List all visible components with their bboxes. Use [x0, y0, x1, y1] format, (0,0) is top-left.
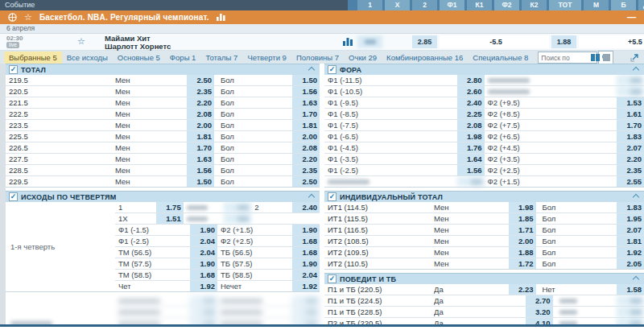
column-header-К2[interactable]: К2 — [522, 0, 547, 10]
odds-value[interactable]: 2.40 — [292, 202, 320, 212]
odds-value[interactable]: 3.20 — [526, 307, 553, 317]
column-header-К1[interactable]: К1 — [467, 0, 492, 10]
chevron-up-icon[interactable] — [633, 275, 639, 282]
odds-value[interactable]: 2.20 — [617, 154, 644, 164]
odds-value[interactable]: 4.10 — [526, 318, 553, 324]
odds-value[interactable]: 1.95 — [617, 213, 644, 224]
odds-value[interactable]: 1.88 — [509, 247, 536, 258]
odds-value[interactable]: 1.72 — [509, 258, 536, 269]
odds-value[interactable]: 1.56 — [187, 165, 214, 175]
single-column-view-icon[interactable] — [603, 54, 610, 61]
odds-value[interactable]: 1.63 — [187, 154, 214, 164]
odds-value[interactable]: 1.53 — [617, 97, 644, 108]
odds-value[interactable]: 2.55 — [617, 176, 644, 187]
checkbox-checked-icon[interactable]: ✓ — [9, 192, 18, 201]
odds-value[interactable]: 1.68 — [190, 270, 217, 280]
league-favorite-star-icon[interactable]: ☆ — [24, 13, 32, 22]
odds-value[interactable]: 2.35 — [187, 86, 214, 97]
column-header-1[interactable]: 1 — [357, 0, 382, 10]
checkbox-checked-icon[interactable]: ✓ — [328, 274, 336, 283]
odds-value[interactable]: 1.92 — [292, 281, 320, 291]
checkbox-checked-icon[interactable]: ✓ — [9, 65, 18, 74]
event-odds-Ф1[interactable]: -5.5 — [440, 35, 549, 48]
tab-Выбранные 5[interactable]: Выбранные 5 — [4, 52, 62, 64]
tab-Специальные 8[interactable]: Специальные 8 — [468, 52, 533, 64]
column-header-Ф1[interactable]: Ф1 — [440, 0, 464, 10]
column-header-Б[interactable]: Б — [611, 0, 636, 10]
odds-value[interactable]: 1.81 — [617, 236, 644, 246]
odds-value[interactable]: 1.92 — [617, 247, 644, 258]
odds-value[interactable]: 2.00 — [187, 120, 214, 130]
checkbox-checked-icon[interactable]: ✓ — [328, 192, 336, 201]
odds-value[interactable]: 1.58 — [617, 284, 644, 295]
tab-Очки 29[interactable]: Очки 29 — [344, 52, 382, 64]
odds-value[interactable]: 1.98 — [457, 131, 485, 142]
tab-Тоталы 7[interactable]: Тоталы 7 — [200, 52, 242, 64]
chevron-up-icon[interactable] — [633, 193, 639, 200]
odds-value[interactable]: 2.60 — [457, 86, 485, 97]
column-header-Ф2[interactable]: Ф2 — [494, 0, 519, 10]
event-odds-1[interactable] — [357, 35, 382, 48]
odds-value[interactable]: 2.04 — [292, 270, 320, 280]
tab-Четверти 9[interactable]: Четверти 9 — [242, 52, 291, 64]
tab-Половины 7[interactable]: Половины 7 — [291, 52, 344, 64]
odds-value[interactable]: 2.08 — [457, 120, 485, 130]
checkbox-checked-icon[interactable]: ✓ — [328, 65, 336, 74]
odds-value[interactable]: 2.25 — [457, 109, 485, 119]
odds-value[interactable]: 1.76 — [457, 142, 485, 153]
odds-value[interactable]: 1.90 — [190, 225, 217, 235]
odds-value[interactable]: 1.98 — [509, 202, 536, 212]
odds-value[interactable]: 1.83 — [617, 131, 644, 142]
odds-value[interactable]: 1.70 — [187, 142, 214, 153]
event-odds-Ф2[interactable]: +5.5 — [579, 35, 644, 48]
column-header-ДОП[interactable]: ДОП — [638, 0, 644, 10]
odds-value[interactable]: 1.90 — [292, 258, 320, 269]
column-header-X[interactable]: X — [385, 0, 410, 10]
odds-value[interactable]: 1.81 — [292, 120, 320, 130]
odds-value[interactable]: 2.80 — [457, 75, 485, 85]
odds-value[interactable]: 2.40 — [457, 97, 485, 108]
odds-value[interactable]: 1.56 — [457, 165, 485, 175]
event-favorite-star-icon[interactable]: ☆ — [77, 36, 85, 46]
odds-value[interactable]: 2.04 — [190, 247, 217, 258]
column-header-2[interactable]: 2 — [412, 0, 437, 10]
odds-value[interactable]: 1.50 — [292, 75, 320, 85]
chevron-up-icon[interactable] — [308, 66, 315, 72]
odds-value[interactable]: 1.75 — [156, 202, 184, 212]
tab-Форы 1[interactable]: Форы 1 — [165, 52, 201, 64]
odds-value[interactable]: 1.85 — [509, 213, 536, 224]
odds-value[interactable]: 1.83 — [617, 202, 644, 212]
odds-value[interactable]: 2.05 — [617, 258, 644, 269]
odds-value[interactable]: 1.51 — [156, 213, 184, 224]
odds-value[interactable]: 1.50 — [187, 176, 214, 187]
odds-value[interactable]: 2.50 — [292, 176, 320, 187]
odds-value[interactable]: 1.68 — [292, 247, 320, 258]
odds-value[interactable]: 1.63 — [292, 97, 320, 108]
odds-value[interactable]: 1.64 — [457, 154, 485, 164]
odds-value[interactable]: 1.56 — [292, 86, 320, 97]
odds-value[interactable]: 1.90 — [292, 225, 320, 235]
tab-Все исходы[interactable]: Все исходы — [62, 52, 113, 64]
chevron-up-icon[interactable] — [633, 66, 639, 72]
event-stats-icon[interactable] — [343, 37, 353, 46]
odds-value[interactable]: 2.70 — [526, 295, 553, 306]
odds-value[interactable]: 1.70 — [617, 120, 644, 130]
odds-value[interactable]: 2.35 — [292, 165, 320, 175]
chevron-up-icon[interactable] — [308, 193, 315, 200]
odds-value[interactable]: 2.20 — [292, 154, 320, 164]
odds-value[interactable]: 2.08 — [187, 109, 214, 119]
two-column-view-icon[interactable] — [591, 54, 600, 61]
odds-value[interactable]: 1.92 — [190, 281, 217, 291]
event-odds-2[interactable]: 2.85 — [412, 35, 437, 48]
column-header-М[interactable]: М — [584, 0, 609, 10]
odds-value[interactable]: 2.20 — [187, 97, 214, 108]
expand-window-icon[interactable] — [630, 53, 639, 62]
odds-value[interactable]: 1.61 — [617, 109, 644, 119]
odds-value[interactable]: 1.70 — [292, 109, 320, 119]
odds-value[interactable]: 2.00 — [509, 236, 536, 246]
odds-value[interactable]: 2.08 — [292, 142, 320, 153]
odds-value[interactable]: 2.07 — [617, 225, 644, 235]
minimize-icon[interactable]: — — [627, 10, 636, 24]
odds-value[interactable]: 2.35 — [617, 165, 644, 175]
odds-value[interactable]: 2.07 — [617, 142, 644, 153]
